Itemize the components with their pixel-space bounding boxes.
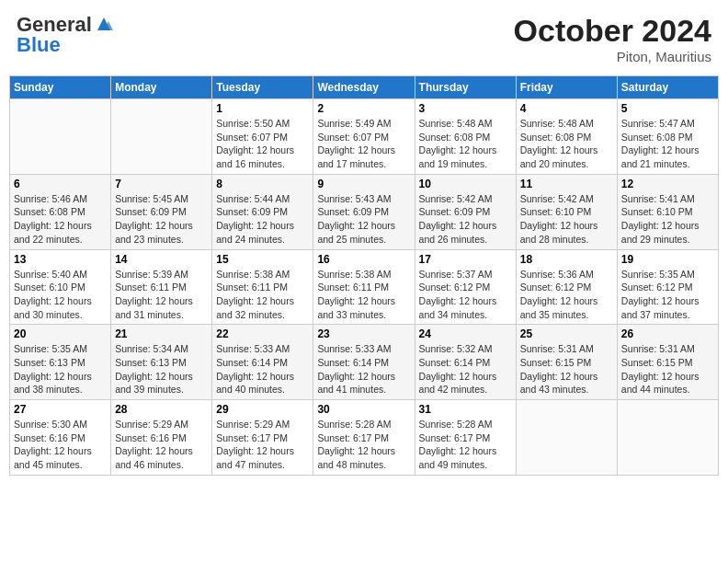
page-header: General Blue October 2024 Piton, Mauriti… [9, 9, 719, 68]
day-info: Sunrise: 5:28 AMSunset: 6:17 PMDaylight:… [317, 418, 410, 472]
day-number: 14 [115, 253, 208, 266]
calendar-location: Piton, Mauritius [514, 49, 711, 64]
calendar-week-4: 20Sunrise: 5:35 AMSunset: 6:13 PMDayligh… [10, 325, 719, 400]
day-info: Sunrise: 5:31 AMSunset: 6:15 PMDaylight:… [621, 342, 714, 396]
calendar-cell-3-7: 19Sunrise: 5:35 AMSunset: 6:12 PMDayligh… [617, 249, 718, 325]
day-info: Sunrise: 5:48 AMSunset: 6:08 PMDaylight:… [419, 117, 512, 171]
day-number: 31 [419, 403, 512, 416]
calendar-cell-1-1 [10, 99, 111, 175]
day-number: 28 [115, 403, 208, 416]
day-info: Sunrise: 5:33 AMSunset: 6:14 PMDaylight:… [317, 342, 410, 396]
day-info: Sunrise: 5:37 AMSunset: 6:12 PMDaylight:… [419, 268, 512, 322]
day-number: 11 [520, 178, 613, 190]
day-info: Sunrise: 5:30 AMSunset: 6:16 PMDaylight:… [14, 418, 107, 472]
day-info: Sunrise: 5:42 AMSunset: 6:10 PMDaylight:… [520, 192, 613, 247]
day-number: 20 [14, 327, 107, 340]
calendar-cell-3-6: 18Sunrise: 5:36 AMSunset: 6:12 PMDayligh… [516, 249, 617, 325]
day-info: Sunrise: 5:31 AMSunset: 6:15 PMDaylight:… [520, 342, 613, 396]
calendar-cell-3-1: 13Sunrise: 5:40 AMSunset: 6:10 PMDayligh… [10, 249, 111, 325]
calendar-cell-4-5: 24Sunrise: 5:32 AMSunset: 6:14 PMDayligh… [415, 325, 516, 400]
calendar-cell-2-4: 9Sunrise: 5:43 AMSunset: 6:09 PMDaylight… [313, 174, 415, 249]
calendar-cell-4-1: 20Sunrise: 5:35 AMSunset: 6:13 PMDayligh… [10, 325, 111, 400]
calendar-cell-5-2: 28Sunrise: 5:29 AMSunset: 6:16 PMDayligh… [111, 400, 212, 476]
day-number: 24 [419, 327, 512, 340]
calendar-cell-3-4: 16Sunrise: 5:38 AMSunset: 6:11 PMDayligh… [313, 249, 415, 325]
calendar-table: Sunday Monday Tuesday Wednesday Thursday… [9, 75, 719, 476]
title-block: October 2024 Piton, Mauritius [514, 13, 711, 64]
day-info: Sunrise: 5:38 AMSunset: 6:11 PMDaylight:… [216, 268, 309, 322]
calendar-cell-5-7 [617, 400, 718, 476]
day-info: Sunrise: 5:43 AMSunset: 6:09 PMDaylight:… [317, 192, 410, 247]
calendar-cell-4-4: 23Sunrise: 5:33 AMSunset: 6:14 PMDayligh… [313, 325, 415, 400]
day-info: Sunrise: 5:35 AMSunset: 6:13 PMDaylight:… [14, 342, 107, 396]
calendar-cell-5-3: 29Sunrise: 5:29 AMSunset: 6:17 PMDayligh… [212, 400, 313, 476]
day-info: Sunrise: 5:32 AMSunset: 6:14 PMDaylight:… [419, 342, 512, 396]
day-number: 15 [216, 253, 309, 266]
calendar-cell-5-6 [516, 400, 617, 476]
day-info: Sunrise: 5:50 AMSunset: 6:07 PMDaylight:… [216, 117, 309, 171]
calendar-cell-1-3: 1Sunrise: 5:50 AMSunset: 6:07 PMDaylight… [212, 99, 313, 175]
calendar-cell-3-2: 14Sunrise: 5:39 AMSunset: 6:11 PMDayligh… [111, 249, 212, 325]
col-thursday: Thursday [415, 76, 516, 99]
calendar-cell-3-3: 15Sunrise: 5:38 AMSunset: 6:11 PMDayligh… [212, 249, 313, 325]
day-number: 19 [621, 253, 714, 266]
day-info: Sunrise: 5:42 AMSunset: 6:09 PMDaylight:… [419, 192, 512, 247]
day-number: 3 [419, 102, 512, 115]
calendar-cell-5-5: 31Sunrise: 5:28 AMSunset: 6:17 PMDayligh… [415, 400, 516, 476]
calendar-cell-4-3: 22Sunrise: 5:33 AMSunset: 6:14 PMDayligh… [212, 325, 313, 400]
calendar-cell-4-2: 21Sunrise: 5:34 AMSunset: 6:13 PMDayligh… [111, 325, 212, 400]
day-number: 10 [419, 178, 512, 190]
day-number: 4 [520, 102, 613, 115]
col-tuesday: Tuesday [212, 76, 313, 99]
calendar-title: October 2024 [514, 13, 711, 49]
day-number: 23 [317, 327, 410, 340]
day-number: 9 [317, 178, 410, 190]
day-number: 6 [14, 178, 107, 190]
col-friday: Friday [516, 76, 617, 99]
calendar-cell-2-3: 8Sunrise: 5:44 AMSunset: 6:09 PMDaylight… [212, 174, 313, 249]
logo: General Blue [17, 13, 114, 57]
day-number: 1 [216, 102, 309, 115]
calendar-cell-1-7: 5Sunrise: 5:47 AMSunset: 6:08 PMDaylight… [617, 99, 718, 175]
day-info: Sunrise: 5:34 AMSunset: 6:13 PMDaylight:… [115, 342, 208, 396]
day-info: Sunrise: 5:39 AMSunset: 6:11 PMDaylight:… [115, 268, 208, 322]
calendar-cell-2-2: 7Sunrise: 5:45 AMSunset: 6:09 PMDaylight… [111, 174, 212, 249]
day-info: Sunrise: 5:40 AMSunset: 6:10 PMDaylight:… [14, 268, 107, 322]
calendar-cell-5-1: 27Sunrise: 5:30 AMSunset: 6:16 PMDayligh… [10, 400, 111, 476]
day-number: 12 [621, 178, 714, 190]
calendar-cell-1-6: 4Sunrise: 5:48 AMSunset: 6:08 PMDaylight… [516, 99, 617, 175]
col-saturday: Saturday [617, 76, 718, 99]
day-info: Sunrise: 5:28 AMSunset: 6:17 PMDaylight:… [419, 418, 512, 472]
logo-icon [94, 14, 114, 34]
col-wednesday: Wednesday [313, 76, 415, 99]
calendar-cell-1-2 [111, 99, 212, 175]
day-number: 25 [520, 327, 613, 340]
calendar-cell-1-4: 2Sunrise: 5:49 AMSunset: 6:07 PMDaylight… [313, 99, 415, 175]
day-number: 13 [14, 253, 107, 266]
calendar-cell-3-5: 17Sunrise: 5:37 AMSunset: 6:12 PMDayligh… [415, 249, 516, 325]
day-number: 26 [621, 327, 714, 340]
calendar-week-3: 13Sunrise: 5:40 AMSunset: 6:10 PMDayligh… [10, 249, 719, 325]
calendar-cell-5-4: 30Sunrise: 5:28 AMSunset: 6:17 PMDayligh… [313, 400, 415, 476]
day-info: Sunrise: 5:49 AMSunset: 6:07 PMDaylight:… [317, 117, 410, 171]
calendar-week-5: 27Sunrise: 5:30 AMSunset: 6:16 PMDayligh… [10, 400, 719, 476]
day-number: 17 [419, 253, 512, 266]
day-number: 16 [317, 253, 410, 266]
day-info: Sunrise: 5:44 AMSunset: 6:09 PMDaylight:… [216, 192, 309, 247]
calendar-cell-2-7: 12Sunrise: 5:41 AMSunset: 6:10 PMDayligh… [617, 174, 718, 249]
day-info: Sunrise: 5:47 AMSunset: 6:08 PMDaylight:… [621, 117, 714, 171]
calendar-week-1: 1Sunrise: 5:50 AMSunset: 6:07 PMDaylight… [10, 99, 719, 175]
day-number: 7 [115, 178, 208, 190]
day-info: Sunrise: 5:41 AMSunset: 6:10 PMDaylight:… [621, 192, 714, 247]
day-info: Sunrise: 5:48 AMSunset: 6:08 PMDaylight:… [520, 117, 613, 171]
day-number: 2 [317, 102, 410, 115]
day-number: 29 [216, 403, 309, 416]
day-number: 30 [317, 403, 410, 416]
col-sunday: Sunday [10, 76, 111, 99]
day-number: 8 [216, 178, 309, 190]
day-info: Sunrise: 5:35 AMSunset: 6:12 PMDaylight:… [621, 268, 714, 322]
day-number: 18 [520, 253, 613, 266]
calendar-cell-4-6: 25Sunrise: 5:31 AMSunset: 6:15 PMDayligh… [516, 325, 617, 400]
day-number: 5 [621, 102, 714, 115]
calendar-header-row: Sunday Monday Tuesday Wednesday Thursday… [10, 76, 719, 99]
